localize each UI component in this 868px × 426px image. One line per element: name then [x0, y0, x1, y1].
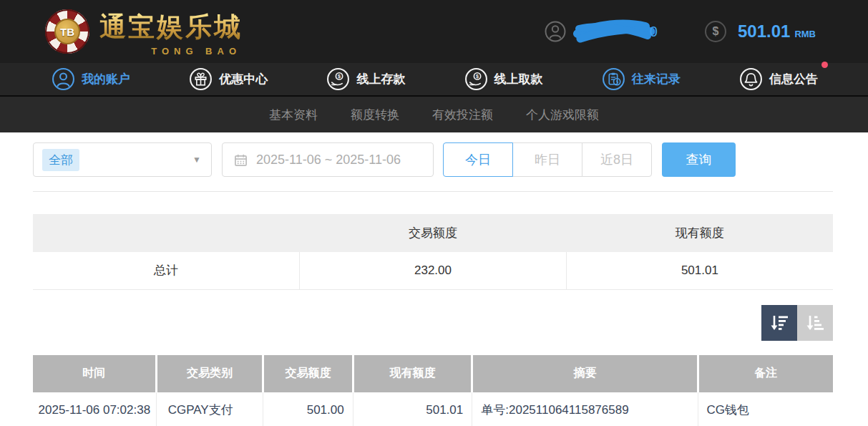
nav-item-promotions[interactable]: 优惠中心 [189, 67, 268, 91]
subnav-item-game-limits[interactable]: 个人游戏限额 [526, 107, 599, 123]
type-select[interactable]: 全部 ▼ [33, 142, 212, 177]
user-icon [52, 67, 75, 91]
account-subnav: 基本资料 额度转换 有效投注额 个人游戏限额 [0, 97, 868, 132]
record-amount: 501.00 [263, 392, 353, 426]
range-button-yesterday[interactable]: 昨日 [512, 142, 582, 177]
scribble-mask-icon [572, 18, 660, 45]
deposit-icon: $ [326, 67, 350, 91]
filter-row: 全部 ▼ 2025-11-06 ~ 2025-11-06 今日 昨日 近8日 查… [33, 142, 833, 177]
main-nav: 我的账户 优惠中心 $ 线上存款 $ 线上取款 [0, 63, 868, 97]
date-range-input[interactable]: 2025-11-06 ~ 2025-11-06 [222, 142, 434, 177]
range-button-last8days[interactable]: 近8日 [582, 142, 652, 177]
calendar-icon [234, 153, 248, 167]
summary-header-trade-amount: 交易额度 [300, 214, 567, 252]
nav-label: 优惠中心 [219, 71, 268, 87]
user-avatar-icon [544, 20, 567, 43]
main-content: 全部 ▼ 2025-11-06 ~ 2025-11-06 今日 昨日 近8日 查… [0, 142, 868, 426]
bell-icon [739, 67, 763, 91]
query-button[interactable]: 查询 [662, 142, 736, 177]
topbar-right: 0 $ 501.01 RMB [544, 18, 816, 45]
summary-header-blank [33, 214, 300, 252]
records-header-time: 时间 [33, 355, 156, 392]
records-header-balance: 现有额度 [353, 355, 472, 392]
record-note: CG钱包 [698, 392, 833, 426]
summary-total-current-amount: 501.01 [566, 252, 833, 289]
brand-text: 通宝娱乐城 TONG BAO [99, 9, 243, 54]
summary-table: 交易额度 现有额度 总计 232.00 501.01 [33, 214, 833, 290]
subnav-item-credit-transfer[interactable]: 额度转换 [351, 107, 399, 123]
chevron-down-icon: ▼ [192, 155, 201, 165]
summary-header-current-amount: 现有额度 [566, 214, 833, 252]
notification-dot [821, 62, 828, 68]
svg-text:$: $ [476, 73, 479, 79]
range-button-today[interactable]: 今日 [443, 142, 513, 177]
username-redacted: 0 [572, 18, 658, 45]
nav-label: 我的账户 [82, 71, 130, 87]
summary-total-trade-amount: 232.00 [300, 252, 567, 289]
sort-descending-button[interactable] [761, 305, 797, 341]
records-header-note: 备注 [698, 355, 833, 392]
top-header: TB 通宝娱乐城 TONG BAO 0 $ 501. [0, 0, 868, 63]
sort-descending-icon [769, 312, 790, 334]
nav-label: 线上存款 [356, 71, 405, 87]
record-balance: 501.01 [353, 392, 472, 426]
records-header-row: 时间 交易类别 交易额度 现有额度 摘要 备注 [33, 355, 833, 392]
dollar-icon: $ [705, 21, 726, 42]
brand-logo[interactable]: TB 通宝娱乐城 TONG BAO [45, 9, 243, 54]
records-header-amount: 交易额度 [263, 355, 353, 392]
nav-item-announcements[interactable]: 信息公告 [739, 67, 818, 91]
quick-range-group: 今日 昨日 近8日 [443, 142, 652, 177]
nav-item-withdraw[interactable]: $ 线上取款 [464, 67, 543, 91]
nav-label: 线上取款 [494, 71, 543, 87]
records-icon [602, 67, 625, 91]
records-header-summary: 摘要 [472, 355, 698, 392]
subnav-item-valid-bets[interactable]: 有效投注额 [432, 107, 493, 123]
nav-item-deposit[interactable]: $ 线上存款 [326, 67, 405, 91]
nav-item-records[interactable]: 往来记录 [602, 67, 681, 91]
balance[interactable]: $ 501.01 RMB [705, 21, 816, 42]
date-range-value: 2025-11-06 ~ 2025-11-06 [256, 153, 401, 168]
record-row: 2025-11-06 07:02:38 CGPAY支付 501.00 501.0… [33, 392, 833, 426]
records-table: 时间 交易类别 交易额度 现有额度 摘要 备注 2025-11-06 07:02… [33, 355, 833, 426]
gift-icon [189, 67, 213, 91]
record-time: 2025-11-06 07:02:38 [33, 392, 156, 426]
record-type: CGPAY支付 [156, 392, 263, 426]
records-header-type: 交易类别 [156, 355, 263, 392]
balance-amount: 501.01 [738, 21, 790, 42]
casino-chip-icon: TB [45, 9, 89, 54]
brand-name-cn: 通宝娱乐城 [99, 9, 243, 45]
summary-total-label: 总计 [33, 252, 300, 289]
sort-ascending-icon [804, 312, 826, 334]
summary-header-row: 交易额度 现有额度 [33, 214, 833, 252]
user-account[interactable]: 0 [544, 18, 658, 45]
type-select-value: 全部 [42, 149, 79, 171]
withdraw-icon: $ [464, 67, 488, 91]
svg-text:$: $ [338, 73, 341, 79]
subnav-item-basic-info[interactable]: 基本资料 [269, 107, 318, 123]
sort-ascending-button[interactable] [797, 305, 833, 341]
nav-label: 往来记录 [632, 71, 681, 87]
balance-currency: RMB [794, 24, 816, 39]
chip-label: TB [54, 19, 80, 44]
section-divider [33, 191, 833, 192]
record-summary: 单号:202511064115876589 [472, 392, 698, 426]
nav-label: 信息公告 [769, 71, 818, 87]
username-visible-suffix: 0 [650, 24, 658, 40]
nav-item-my-account[interactable]: 我的账户 [52, 67, 130, 91]
brand-name-en: TONG BAO [151, 46, 241, 57]
sort-controls [33, 305, 833, 341]
summary-total-row: 总计 232.00 501.01 [33, 252, 833, 289]
